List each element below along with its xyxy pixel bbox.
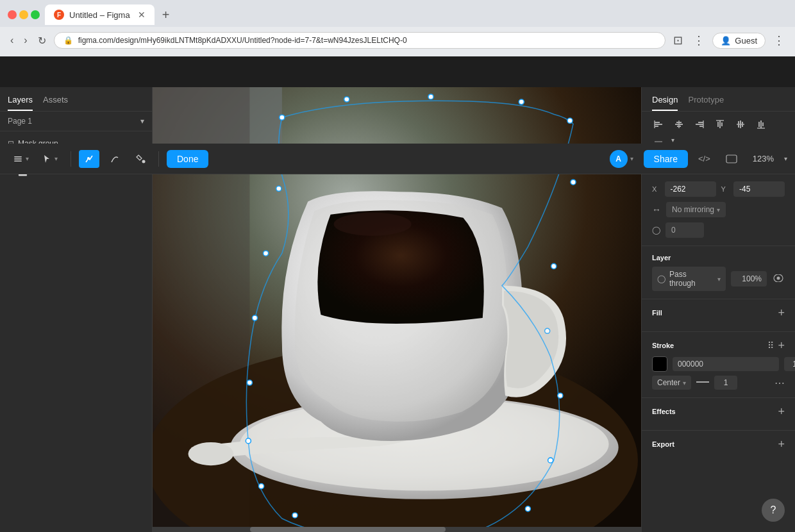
fill-section: Fill + [642,299,795,332]
zoom-level[interactable]: 123% [748,151,779,166]
panel-tabs: Layers Assets [0,87,152,112]
y-input[interactable] [733,181,785,197]
align-bottom-button[interactable] [752,117,770,134]
toolbar-right: A ▾ Share </> 123% ▾ [605,146,787,172]
align-middle-button[interactable] [732,117,749,134]
tab-favicon-icon: F [54,10,64,20]
browser-titlebar: F Untitled – Figma ✕ + [0,0,795,27]
menu-chevron-icon: ▾ [26,155,29,162]
paint-bucket-button[interactable] [130,150,151,168]
stroke-hex-input[interactable] [673,357,779,371]
chrome-menu-button[interactable]: ⋮ [771,31,787,50]
svg-point-4 [142,160,146,163]
mirroring-row: ↔ No mirroring ▾ [652,202,785,217]
nav-actions: ⊡ ⋮ 👤 Guest ⋮ [671,31,787,50]
svg-rect-49 [721,122,723,126]
stroke-position-chevron-icon: ▾ [683,379,686,387]
tab-assets[interactable]: Assets [43,92,68,111]
pen-tool-button[interactable] [79,150,99,168]
avatar-icon: A [610,150,628,168]
corner-radius-input[interactable] [665,222,704,238]
guest-label: Guest [735,36,757,46]
corner-radius-icon: ◯ [652,226,660,235]
avatar-button[interactable]: A ▾ [605,146,639,172]
maximize-window-button[interactable] [31,10,40,19]
svg-rect-44 [696,124,703,125]
svg-rect-5 [726,155,737,163]
export-header: Export + [652,438,785,450]
reload-button[interactable]: ↻ [35,32,49,49]
address-bar[interactable]: 🔒 figma.com/design/mHy69ikdLNTMt8pKdADXX… [54,32,666,49]
tab-prototype[interactable]: Prototype [688,92,724,111]
export-section: Export + [642,431,795,463]
align-left-button[interactable] [649,117,667,134]
blend-mode-label: Pass through [669,270,714,288]
figma-toolbar: ▾ ▾ Done A ▾ Share </> [0,144,795,174]
add-stroke-button[interactable]: + [778,340,785,351]
fill-label: Fill [652,309,662,317]
x-input[interactable] [665,181,716,197]
align-center-h-button[interactable] [670,117,688,134]
move-tool-button[interactable]: ▾ [37,150,63,168]
x-label: X [652,185,660,193]
stroke-position-selector[interactable]: Center ▾ [652,376,691,390]
main-menu-button[interactable]: ▾ [8,150,34,168]
canvas-scrollbar-thumb[interactable] [250,527,446,532]
page-selector[interactable]: Page 1 ▾ [0,112,152,131]
help-button[interactable]: ? [762,499,785,522]
close-window-button[interactable] [8,10,17,19]
tab-close-icon[interactable]: ✕ [138,10,146,20]
svg-point-63 [777,277,780,280]
guest-account-button[interactable]: 👤 Guest [712,33,766,49]
guest-icon: 👤 [721,36,731,46]
multiplayer-button[interactable] [721,150,742,168]
add-fill-button[interactable]: + [778,307,785,319]
new-tab-button[interactable]: + [157,5,175,25]
done-button[interactable]: Done [167,150,208,168]
effects-header: Effects + [652,406,785,417]
align-right-button[interactable] [690,117,708,134]
opacity-input[interactable] [731,271,767,287]
back-button[interactable]: ‹ [8,32,16,49]
svg-point-12 [188,442,234,465]
svg-point-13 [334,213,412,236]
browser-chrome: F Untitled – Figma ✕ + ‹ › ↻ 🔒 figma.com… [0,0,795,56]
add-effect-button[interactable]: + [778,406,785,417]
add-export-button[interactable]: + [778,438,785,450]
layer-section: Layer ◯ Pass through ▾ [642,246,795,299]
effects-label: Effects [652,408,676,415]
active-tab[interactable]: F Untitled – Figma ✕ [45,4,155,25]
tab-design[interactable]: Design [652,92,678,111]
forward-button[interactable]: › [21,32,29,49]
stroke-opacity-input[interactable] [784,357,795,371]
page-chevron-icon: ▾ [140,117,144,126]
code-view-button[interactable]: </> [693,150,716,167]
stroke-more-options-button[interactable]: ⋯ [774,377,785,389]
bend-tool-button[interactable] [105,150,125,168]
minimize-window-button[interactable] [19,10,28,19]
mirroring-label: No mirroring [672,205,714,214]
url-text: figma.com/design/mHy69ikdLNTMt8pKdADXXU/… [78,36,407,45]
position-row: X Y [652,181,785,197]
extensions-button[interactable]: ⋮ [690,31,707,50]
blend-chevron-icon: ▾ [717,276,721,283]
stroke-settings-button[interactable]: ⠿ [767,341,774,350]
visibility-button[interactable] [772,272,785,285]
tab-layers[interactable]: Layers [8,92,33,111]
blend-mode-selector[interactable]: ◯ Pass through ▾ [652,267,726,291]
fill-header: Fill + [652,307,785,319]
bookmark-button[interactable]: ⊡ [671,31,685,50]
stroke-style-button[interactable] [696,377,709,388]
y-label: Y [721,185,729,193]
svg-rect-57 [762,122,764,126]
stroke-options-row: Center ▾ ⋯ [652,376,785,390]
stroke-width-input[interactable] [714,376,737,390]
align-top-button[interactable] [711,117,729,134]
tab-title: Untitled – Figma [69,10,130,20]
stroke-color-swatch[interactable] [652,356,667,372]
stroke-color-row: − [652,356,785,372]
blend-mode-icon: ◯ [657,274,665,283]
share-button[interactable]: Share [644,150,688,168]
canvas-scrollbar[interactable] [153,527,641,532]
mirroring-select[interactable]: No mirroring ▾ [666,202,726,217]
